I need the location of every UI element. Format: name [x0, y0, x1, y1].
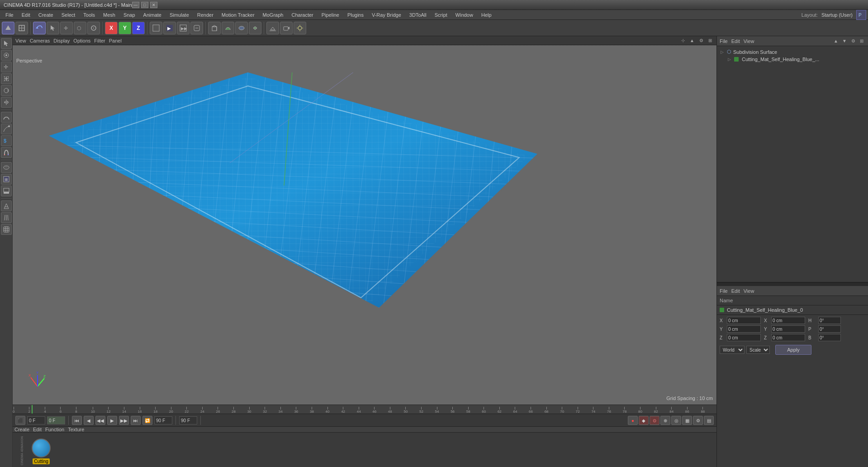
tool-magnet[interactable]	[1, 147, 12, 158]
toolbar-y-axis[interactable]: Y	[119, 22, 131, 34]
scene-icon-settings[interactable]: ⚙	[849, 38, 857, 45]
apply-button[interactable]: Apply	[775, 345, 811, 355]
coord-b-val[interactable]	[818, 334, 841, 341]
tool-spline-pen[interactable]	[1, 124, 12, 134]
attr-mat-item[interactable]: Cutting_Mat_Self_Healing_Blue_0	[717, 305, 868, 315]
menu-snap[interactable]: Snap	[120, 11, 139, 19]
coord-h-val[interactable]	[818, 317, 841, 324]
tree-item-subdivision[interactable]: ▷ ⬡ Subdivision Surface	[719, 48, 866, 56]
toolbar-x-axis[interactable]: X	[105, 22, 118, 34]
toolbar-render-active[interactable]: ▶	[163, 22, 176, 34]
right-panel-scrollbar[interactable]	[717, 282, 868, 286]
tool-scale[interactable]	[1, 73, 12, 84]
viewport-menu-panel[interactable]: Panel	[109, 38, 122, 43]
viewport-canvas[interactable]: Perspective	[13, 45, 716, 405]
tool-texture-projection[interactable]	[1, 200, 12, 211]
tree-item-cutting-mat[interactable]: ▷ Cutting_Mat_Self_Healing_Blue_...	[719, 56, 866, 63]
menu-plugins[interactable]: Plugins	[344, 11, 367, 19]
viewport-icon-up[interactable]: ▲	[688, 37, 696, 44]
coord-z-pos[interactable]	[727, 334, 761, 341]
toolbar-render-view[interactable]: ▶▶	[177, 22, 190, 34]
menu-pipeline[interactable]: Pipeline	[318, 11, 343, 19]
tl-frame-start[interactable]: ⬛	[15, 416, 25, 425]
menu-create[interactable]: Create	[35, 11, 57, 19]
tl-render-all[interactable]: ▤	[704, 416, 714, 425]
mat-menu-edit[interactable]: Edit	[33, 427, 42, 432]
viewport-icon-fullscreen[interactable]: ⊞	[707, 37, 714, 44]
menu-animate[interactable]: Animate	[140, 11, 165, 19]
tl-frame-current[interactable]	[47, 416, 65, 424]
tl-timeline-open[interactable]: ▦	[682, 416, 692, 425]
menu-select[interactable]: Select	[58, 11, 79, 19]
coord-scale-select[interactable]: Scale	[746, 346, 770, 354]
coord-p-val[interactable]	[818, 325, 841, 333]
viewport-menu-view[interactable]: View	[15, 38, 26, 43]
tool-hair[interactable]	[1, 212, 12, 223]
tl-play-forward-alt[interactable]: ▶▶	[119, 416, 129, 425]
tl-frame-input[interactable]	[27, 416, 45, 424]
layout-value[interactable]: Startup (User)	[819, 12, 855, 18]
toolbar-floor[interactable]	[266, 22, 279, 34]
attr-menu-edit[interactable]: Edit	[731, 288, 740, 294]
toolbar-render-settings[interactable]	[190, 22, 203, 34]
tl-max-frame[interactable]	[179, 416, 197, 424]
viewport-menu-options[interactable]: Options	[73, 38, 90, 43]
coord-mode-select[interactable]: World Object	[720, 346, 745, 354]
material-item-cutting[interactable]: Cutting	[32, 438, 51, 464]
tool-move[interactable]: ✛	[1, 62, 12, 72]
tool-sculpt[interactable]	[1, 162, 12, 173]
viewport-menu-display[interactable]: Display	[53, 38, 70, 43]
tl-motion-clip[interactable]: ⊕	[660, 416, 670, 425]
tl-play-back[interactable]: ◀	[84, 416, 94, 425]
toolbar-rotate[interactable]	[87, 22, 100, 34]
tl-go-start[interactable]: ⏮	[72, 416, 82, 425]
tl-play-forward[interactable]: ▶	[107, 416, 117, 425]
toolbar-undo[interactable]	[33, 22, 46, 34]
tl-loop[interactable]: 🔁	[142, 416, 152, 425]
toolbar-z-axis[interactable]: Z	[132, 22, 145, 34]
menu-window[interactable]: Window	[452, 11, 477, 19]
toolbar-cube[interactable]	[208, 22, 221, 34]
toolbar-scale[interactable]: ⬡	[74, 22, 86, 34]
viewport[interactable]: View Cameras Display Options Filter Pane…	[13, 36, 716, 405]
scene-icon-expand[interactable]: ⊞	[858, 38, 865, 45]
tool-object-select[interactable]	[1, 38, 12, 49]
tool-mirror[interactable]	[1, 97, 12, 108]
mat-menu-texture[interactable]: Texture	[68, 427, 84, 432]
menu-render[interactable]: Render	[194, 11, 217, 19]
tl-record[interactable]: ●	[628, 416, 638, 425]
attr-menu-file[interactable]: File	[720, 288, 728, 294]
toolbar-move[interactable]: ✛	[60, 22, 73, 34]
scene-menu-file[interactable]: File	[720, 38, 728, 44]
mat-menu-function[interactable]: Function	[45, 427, 64, 432]
toolbar-render-region[interactable]	[150, 22, 162, 34]
coord-z-rot[interactable]	[771, 334, 805, 341]
tl-settings2[interactable]: ⚙	[693, 416, 703, 425]
viewport-menu-filter[interactable]: Filter	[94, 38, 105, 43]
scene-menu-edit[interactable]: Edit	[731, 38, 740, 44]
menu-character[interactable]: Character	[288, 11, 317, 19]
menu-script[interactable]: Script	[431, 11, 451, 19]
toolbar-nurbs[interactable]	[222, 22, 234, 34]
tool-spline[interactable]	[1, 112, 12, 123]
coord-y-pos[interactable]	[727, 325, 761, 333]
toolbar-generator[interactable]	[249, 22, 261, 34]
tl-go-end[interactable]: ⏭	[131, 416, 141, 425]
coord-y-rot[interactable]	[771, 325, 805, 333]
attr-menu-view[interactable]: View	[744, 288, 754, 294]
viewport-menu-cameras[interactable]: Cameras	[30, 38, 50, 43]
coord-x-pos[interactable]	[727, 317, 761, 324]
minimize-button[interactable]: —	[132, 2, 139, 8]
menu-file[interactable]: File	[2, 11, 17, 19]
scene-icon-1[interactable]: ▲	[832, 38, 840, 45]
toolbar-light[interactable]	[294, 22, 306, 34]
toolbar-texture-mode[interactable]	[15, 22, 28, 34]
menu-simulate[interactable]: Simulate	[166, 11, 193, 19]
python-button[interactable]: P	[856, 10, 866, 20]
tl-play-back-alt[interactable]: ◀◀	[95, 416, 105, 425]
tool-settings[interactable]	[1, 224, 12, 235]
menu-mesh[interactable]: Mesh	[100, 11, 119, 19]
viewport-icon-settings[interactable]: ⚙	[697, 37, 705, 44]
tl-onion-skin[interactable]: ◎	[671, 416, 681, 425]
tool-live-select[interactable]	[1, 50, 12, 61]
